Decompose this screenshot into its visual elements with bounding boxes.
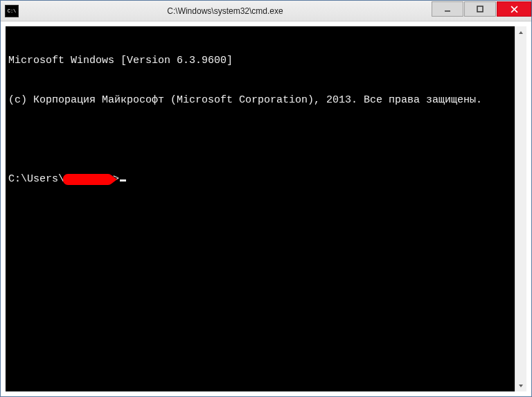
window-title: C:\Windows\system32\cmd.exe [19, 6, 432, 16]
scroll-track[interactable] [515, 38, 526, 380]
titlebar[interactable]: C:\Windows\system32\cmd.exe [1, 1, 531, 21]
cmd-window: C:\Windows\system32\cmd.exe Microsoft Wi… [0, 0, 532, 397]
cmd-icon [5, 5, 19, 17]
svg-rect-1 [477, 6, 483, 12]
blank-line [8, 133, 512, 146]
maximize-icon [477, 6, 484, 12]
maximize-button[interactable] [464, 1, 496, 17]
minimize-button[interactable] [432, 1, 463, 17]
console-output[interactable]: Microsoft Windows [Version 6.3.9600] (c)… [6, 26, 515, 391]
prompt-prefix: C:\Users\ [8, 173, 64, 186]
window-controls [432, 1, 531, 21]
version-line: Microsoft Windows [Version 6.3.9600] [8, 54, 512, 67]
client-area: Microsoft Windows [Version 6.3.9600] (c)… [1, 21, 531, 396]
redacted-username [63, 174, 113, 185]
prompt-line: C:\Users\> [8, 173, 512, 186]
scroll-down-button[interactable] [515, 380, 526, 391]
minimize-icon [444, 6, 451, 12]
chevron-down-icon [518, 384, 524, 388]
copyright-line: (c) Корпорация Майкрософт (Microsoft Cor… [8, 94, 512, 107]
vertical-scrollbar[interactable] [515, 26, 526, 391]
scroll-up-button[interactable] [515, 26, 526, 38]
text-cursor [120, 179, 126, 182]
chevron-up-icon [518, 30, 524, 35]
close-icon [511, 6, 518, 13]
close-button[interactable] [497, 1, 531, 17]
